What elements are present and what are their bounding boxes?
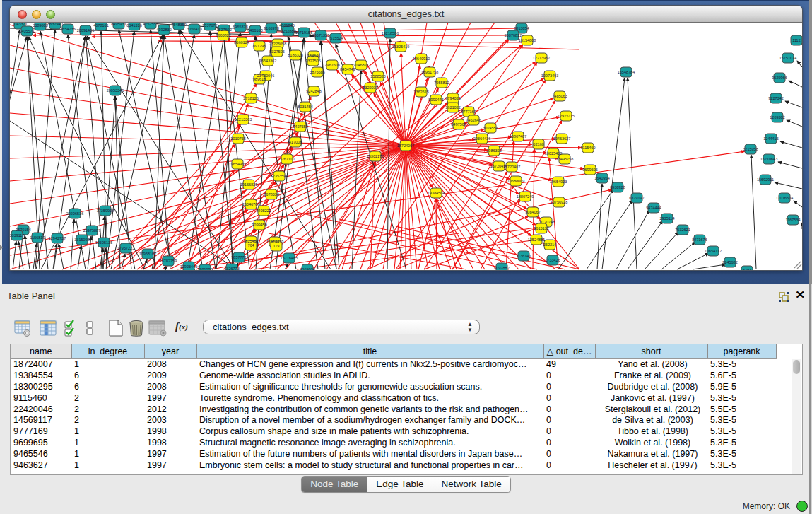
svg-text:2654235: 2654235 (60, 27, 75, 31)
svg-text:6497568: 6497568 (451, 122, 466, 127)
svg-text:6965328: 6965328 (233, 25, 247, 29)
svg-text:13524851: 13524851 (528, 238, 545, 242)
svg-text:9857771: 9857771 (231, 255, 246, 259)
svg-text:3056413: 3056413 (187, 27, 201, 31)
svg-text:8322037: 8322037 (363, 86, 377, 90)
svg-text:3389083: 3389083 (33, 23, 47, 28)
svg-text:25302173: 25302173 (367, 154, 384, 158)
svg-text:17016504: 17016504 (776, 196, 793, 200)
svg-text:10025438: 10025438 (545, 151, 562, 156)
svg-text:9227342: 9227342 (768, 96, 783, 100)
svg-text:13325419: 13325419 (392, 45, 409, 49)
svg-text:17359924: 17359924 (97, 209, 114, 213)
svg-text:1615132: 1615132 (534, 226, 548, 230)
svg-text:8678334: 8678334 (264, 192, 278, 197)
svg-text:7663822: 7663822 (216, 33, 230, 37)
svg-text:18724007: 18724007 (397, 144, 414, 148)
svg-text:3024554: 3024554 (483, 126, 498, 130)
svg-text:2718126: 2718126 (243, 96, 258, 100)
svg-text:10719155: 10719155 (295, 30, 312, 35)
svg-text:19166825: 19166825 (240, 182, 257, 187)
svg-text:19218506: 19218506 (382, 31, 399, 35)
svg-text:10688609: 10688609 (507, 179, 524, 183)
svg-text:20876812: 20876812 (505, 33, 522, 37)
svg-text:19654935: 19654935 (229, 162, 246, 166)
svg-text:9099459: 9099459 (252, 223, 266, 227)
svg-text:6379197: 6379197 (629, 196, 644, 200)
svg-text:8813054: 8813054 (514, 26, 529, 30)
svg-text:0341316: 0341316 (126, 23, 141, 28)
svg-text:9146821: 9146821 (353, 63, 368, 67)
svg-text:119: 119 (273, 244, 280, 248)
svg-text:16046766: 16046766 (242, 202, 259, 206)
svg-text:1209382: 1209382 (770, 115, 784, 119)
svg-text:16782759: 16782759 (160, 259, 177, 263)
svg-text:15720407: 15720407 (503, 165, 520, 169)
svg-text:10756928: 10756928 (551, 200, 567, 204)
svg-text:12353594: 12353594 (271, 174, 288, 178)
svg-text:1362615: 1362615 (413, 90, 428, 94)
svg-text:19384504: 19384504 (428, 191, 445, 195)
svg-text:9242848: 9242848 (306, 89, 321, 93)
svg-text:2986322: 2986322 (486, 148, 501, 153)
svg-text:16961758: 16961758 (421, 70, 438, 74)
svg-text:1010755: 1010755 (230, 136, 245, 141)
svg-text:8495931: 8495931 (111, 23, 126, 26)
svg-text:1112: 1112 (792, 38, 800, 42)
svg-text:12213957: 12213957 (533, 56, 550, 60)
svg-text:4309805: 4309805 (300, 267, 314, 270)
svg-text:989618: 989618 (253, 77, 266, 81)
svg-text:20053346: 20053346 (107, 88, 124, 93)
svg-text:10958107: 10958107 (139, 252, 156, 256)
svg-text:12923446: 12923446 (180, 264, 197, 269)
svg-text:4192832: 4192832 (156, 28, 171, 32)
svg-text:1244415: 1244415 (763, 136, 778, 141)
svg-text:10654112: 10654112 (705, 249, 722, 253)
svg-text:1326773: 1326773 (224, 267, 239, 270)
svg-text:13495758: 13495758 (556, 157, 573, 161)
svg-text:1621022: 1621022 (445, 105, 460, 110)
svg-text:18640910: 18640910 (413, 57, 430, 61)
svg-text:1043321: 1043321 (12, 23, 27, 26)
svg-text:9327505: 9327505 (305, 59, 320, 63)
svg-text:9427552: 9427552 (293, 124, 307, 129)
svg-text:20691406: 20691406 (77, 28, 94, 33)
svg-text:8471676: 8471676 (692, 238, 707, 242)
svg-text:20364436: 20364436 (473, 136, 490, 141)
svg-text:7632621: 7632621 (675, 228, 690, 232)
svg-text:19654923: 19654923 (550, 180, 567, 184)
svg-text:16671355: 16671355 (312, 33, 329, 37)
svg-text:1156819: 1156819 (30, 235, 45, 240)
svg-text:7955812: 7955812 (434, 81, 449, 85)
svg-text:1527602: 1527602 (216, 28, 231, 32)
svg-text:8990445: 8990445 (428, 98, 443, 102)
svg-text:12505135: 12505135 (95, 240, 112, 245)
svg-text:8660124: 8660124 (234, 40, 249, 45)
svg-text:8454749: 8454749 (340, 67, 355, 71)
svg-text:62160: 62160 (533, 142, 543, 146)
svg-text:10973493: 10973493 (541, 74, 558, 78)
svg-text:9166978: 9166978 (264, 26, 278, 30)
svg-text:17957223: 17957223 (117, 246, 134, 250)
svg-text:9084067: 9084067 (525, 210, 540, 214)
svg-text:1136141: 1136141 (516, 254, 531, 258)
svg-text:18807249: 18807249 (517, 194, 534, 199)
svg-text:9115460: 9115460 (580, 146, 595, 150)
svg-text:3039117: 3039117 (10, 233, 25, 238)
svg-text:3875685: 3875685 (310, 70, 324, 74)
svg-text:9570154: 9570154 (16, 228, 30, 232)
svg-text:9245682: 9245682 (722, 260, 737, 264)
svg-text:154646: 154646 (307, 54, 320, 58)
svg-text:20206516: 20206516 (66, 211, 83, 216)
svg-text:7462646: 7462646 (466, 118, 481, 122)
svg-text:9529966: 9529966 (772, 76, 787, 80)
svg-text:23975887: 23975887 (83, 228, 100, 233)
svg-text:5327505: 5327505 (269, 49, 284, 54)
svg-text:4801845: 4801845 (279, 23, 294, 28)
svg-text:1781080: 1781080 (197, 267, 212, 270)
svg-text:0097882: 0097882 (494, 266, 509, 270)
svg-text:8031454: 8031454 (298, 105, 312, 109)
svg-text:10463627: 10463627 (553, 136, 570, 141)
svg-text:12942737: 12942737 (49, 236, 66, 240)
svg-text:10120746: 10120746 (538, 220, 555, 224)
